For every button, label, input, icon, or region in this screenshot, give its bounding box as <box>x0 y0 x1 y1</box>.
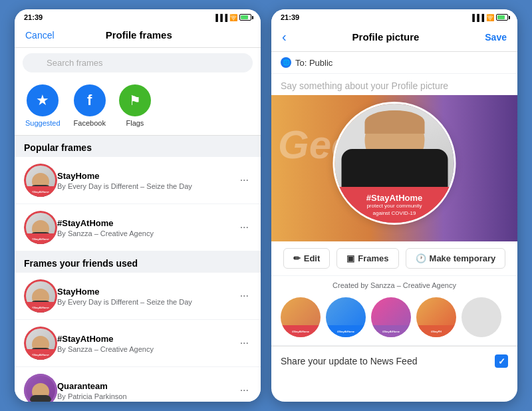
face-hair <box>364 110 424 134</box>
frame-name: #StayAtHome <box>57 334 237 344</box>
frame-author: By Sanzza – Creative Agency <box>57 345 237 353</box>
cancel-button[interactable]: Cancel <box>25 30 55 41</box>
list-item[interactable]: #StayAtHome StayHome By Every Day is Dif… <box>15 157 261 204</box>
time-right: 21:39 <box>281 13 299 21</box>
status-icons-left: ▐▐▐ 🛜 <box>213 14 251 21</box>
search-bar: 🔍 Search frames <box>15 48 261 78</box>
facebook-icon: f <box>74 84 106 116</box>
clock-icon: 🕐 <box>416 253 426 263</box>
friends-frames-title: Frames your friends used <box>15 251 261 273</box>
checkmark-icon: ✓ <box>498 356 505 366</box>
category-suggested[interactable]: ★ Suggested <box>25 84 61 127</box>
list-item[interactable]: #StayAtHome StayHome By Every Day is Dif… <box>15 273 261 320</box>
avatar <box>24 374 57 402</box>
avatar: #StayAtHome <box>24 327 57 360</box>
frame-name: StayHome <box>57 287 237 297</box>
thumbnail-3[interactable]: #StayAtHome <box>371 297 411 337</box>
avatar: #StayAtHome <box>24 211 57 244</box>
frame-name: Quaranteam <box>57 381 237 391</box>
face-body <box>341 149 448 192</box>
audience-selector[interactable]: 🌐 To: Public <box>271 52 517 74</box>
avatar: #StayAtHome <box>24 164 57 197</box>
profile-preview: Geek #StayAtHome protect your communitya… <box>271 95 517 241</box>
signal-icon-right: ▐▐▐ <box>470 14 484 21</box>
list-item[interactable]: #StayAtHome #StayAtHome By Sanzza – Crea… <box>15 204 261 251</box>
friends-frames-list: #StayAtHome StayHome By Every Day is Dif… <box>15 273 261 402</box>
frame-name: StayHome <box>57 171 237 181</box>
thumbnail-5[interactable] <box>462 297 501 337</box>
globe-icon: 🌐 <box>281 57 291 68</box>
created-by-label: Created by Sanzza – Creative Agency <box>271 276 517 293</box>
facebook-label: Facebook <box>74 119 106 127</box>
right-phone: 21:39 ▐▐▐ 🛜 ‹ Profile picture Save 🌐 To:… <box>271 9 517 402</box>
list-item[interactable]: Quaranteam By Patricia Parkinson ··· <box>15 367 261 402</box>
back-button[interactable]: ‹ <box>282 29 287 45</box>
more-options-icon[interactable]: ··· <box>237 382 251 399</box>
frames-label: Frames <box>358 253 388 263</box>
share-label: Share your update to News Feed <box>281 356 495 366</box>
status-bar-right: 21:39 ▐▐▐ 🛜 <box>271 9 517 24</box>
suggested-label: Suggested <box>25 119 61 127</box>
category-flags[interactable]: ⚑ Flags <box>119 84 151 127</box>
frame-author: By Patricia Parkinson <box>57 392 237 400</box>
category-facebook[interactable]: f Facebook <box>74 84 106 127</box>
scroll-content-left: Popular frames #StayAtHome <box>15 136 261 402</box>
flags-label: Flags <box>126 119 144 127</box>
wifi-icon: 🛜 <box>229 14 237 21</box>
frame-name: #StayAtHome <box>57 218 237 228</box>
popular-frames-title: Popular frames <box>15 136 261 157</box>
frames-button[interactable]: ▣ Frames <box>336 248 398 269</box>
edit-label: Edit <box>304 253 321 263</box>
frame-thumbnails: #StayAtHome #StayAtHome #StayAtHome #Sta… <box>271 293 517 346</box>
search-placeholder: Search frames <box>44 58 103 68</box>
more-options-icon[interactable]: ··· <box>237 287 251 305</box>
more-options-icon[interactable]: ··· <box>237 172 251 189</box>
suggested-icon: ★ <box>27 84 59 116</box>
more-options-icon[interactable]: ··· <box>237 335 251 352</box>
list-item[interactable]: #StayAtHome #StayAtHome By Sanzza – Crea… <box>15 320 261 367</box>
status-icons-right: ▐▐▐ 🛜 <box>470 14 508 21</box>
frame-author: By Every Day is Different – Seize the Da… <box>57 298 237 306</box>
edit-button[interactable]: ✏ Edit <box>283 248 331 269</box>
page-title-left: Profile frames <box>106 29 172 41</box>
battery-icon-right <box>496 14 508 21</box>
share-checkbox[interactable]: ✓ <box>495 354 508 368</box>
avatar: #StayAtHome <box>24 279 57 313</box>
caption-placeholder: Say something about your Profile picture <box>281 80 448 91</box>
more-options-icon[interactable]: ··· <box>237 219 251 236</box>
save-button[interactable]: Save <box>485 32 507 43</box>
search-input-wrapper: 🔍 Search frames <box>23 53 253 72</box>
frame-hashtag: #StayAtHome <box>366 193 423 203</box>
frame-overlay: #StayAtHome protect your communityagains… <box>335 187 454 223</box>
thumbnail-2[interactable]: #StayAtHome <box>326 297 366 337</box>
make-temporary-label: Make temporary <box>430 253 496 263</box>
frame-author: By Sanzza – Creative Agency <box>57 229 237 237</box>
action-buttons-row: ✏ Edit ▣ Frames 🕐 Make temporary <box>271 241 517 276</box>
make-temporary-button[interactable]: 🕐 Make temporary <box>406 248 506 269</box>
frame-subtext: protect your communityagainst COVID-19 <box>366 203 422 217</box>
right-nav: ‹ Profile picture Save <box>271 24 517 52</box>
thumbnail-1[interactable]: #StayAtHome <box>281 297 321 337</box>
category-tabs: ★ Suggested f Facebook ⚑ Flags <box>15 78 261 136</box>
popular-frames-list: #StayAtHome StayHome By Every Day is Dif… <box>15 157 261 251</box>
page-title-right: Profile picture <box>352 31 420 43</box>
thumbnail-4[interactable]: #StayFH <box>416 297 456 337</box>
frames-icon: ▣ <box>346 253 354 263</box>
signal-icon: ▐▐▐ <box>213 14 227 21</box>
audience-label: To: Public <box>295 58 332 68</box>
flags-icon: ⚑ <box>119 84 151 116</box>
edit-icon: ✏ <box>293 253 301 263</box>
battery-icon <box>239 14 251 21</box>
share-news-feed-row: Share your update to News Feed ✓ <box>271 346 517 376</box>
wifi-icon-right: 🛜 <box>486 14 494 21</box>
left-nav: Cancel Profile frames <box>15 24 261 48</box>
time-left: 21:39 <box>24 13 43 21</box>
left-phone: 21:39 ▐▐▐ 🛜 Cancel Profile frames 🔍 Sear… <box>15 9 261 402</box>
profile-picture-frame: #StayAtHome protect your communityagains… <box>333 102 456 225</box>
frame-author: By Every Day is Different – Seize the Da… <box>57 182 237 190</box>
search-input[interactable]: Search frames <box>23 53 253 72</box>
status-bar-left: 21:39 ▐▐▐ 🛜 <box>15 9 261 24</box>
caption-input[interactable]: Say something about your Profile picture <box>271 74 517 95</box>
